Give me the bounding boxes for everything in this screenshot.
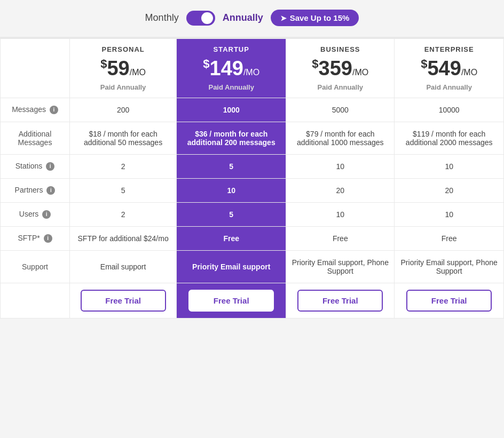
free-trial-button-business[interactable]: Free Trial [297,290,383,312]
cell-5-2: Free [286,226,395,250]
empty-btn-cell [1,283,70,318]
plan-header-business: BUSINESS $359/MO Paid Annually [286,39,395,98]
plan-billing-startup: Paid Annually [181,83,281,91]
cell-1-0: $18 / month for each additional 50 messa… [70,122,177,154]
plan-name-personal: PERSONAL [74,45,172,53]
cell-1-1: $36 / month for each additional 200 mess… [177,122,286,154]
row-label-4: Users i [1,202,70,226]
btn-cell-personal: Free Trial [70,283,177,318]
table-row: SupportEmail supportPriority Email suppo… [1,250,504,283]
row-label-1: Additional Messages [1,122,70,154]
free-trial-button-enterprise[interactable]: Free Trial [406,290,492,312]
table-row: Partners i5102020 [1,178,504,202]
cell-0-2: 5000 [286,98,395,122]
info-icon[interactable]: i [46,162,54,171]
chevron-icon: ➤ [280,14,287,22]
cell-5-1: Free [177,226,286,250]
cell-4-2: 10 [286,202,395,226]
row-label-5: SFTP* i [1,226,70,250]
cell-0-1: 1000 [177,98,286,122]
info-icon[interactable]: i [46,186,55,195]
cell-6-1: Priority Email support [177,250,286,283]
cell-2-0: 2 [70,154,177,178]
cell-4-0: 2 [70,202,177,226]
plan-billing-business: Paid Annually [290,83,390,91]
cell-1-2: $79 / month for each additional 1000 mes… [286,122,395,154]
cell-2-1: 5 [177,154,286,178]
cell-0-3: 10000 [395,98,504,122]
info-icon[interactable]: i [50,106,58,114]
cell-3-0: 5 [70,178,177,202]
toggle-knob [201,12,213,24]
billing-toggle[interactable] [186,11,215,26]
cell-3-2: 20 [286,178,395,202]
cell-2-2: 10 [286,154,395,178]
cell-1-3: $119 / month for each additional 2000 me… [395,122,504,154]
cell-2-3: 10 [395,154,504,178]
plan-price-personal: $59/MO [74,58,172,80]
row-label-3: Partners i [1,178,70,202]
plan-billing-personal: Paid Annually [74,83,172,91]
info-icon[interactable]: i [44,234,52,243]
plan-name-startup: STARTUP [181,45,281,53]
plan-price-enterprise: $549/MO [399,58,499,80]
cell-6-2: Priority Email support, Phone Support [286,250,395,283]
row-label-2: Stations i [1,154,70,178]
table-row: Users i251010 [1,202,504,226]
plan-header-enterprise: ENTERPRISE $549/MO Paid Annually [395,39,504,98]
empty-header [1,39,70,98]
save-badge: ➤ Save Up to 15% [271,10,359,26]
table-row: SFTP* iSFTP for additional $24/moFreeFre… [1,226,504,250]
cell-5-0: SFTP for additional $24/mo [70,226,177,250]
row-label-0: Messages i [1,98,70,122]
annually-label: Annually [223,12,263,23]
cell-3-1: 10 [177,178,286,202]
plan-name-enterprise: ENTERPRISE [399,45,499,53]
info-icon[interactable]: i [42,210,51,219]
cell-5-3: Free [395,226,504,250]
btn-cell-business: Free Trial [286,283,395,318]
row-label-6: Support [1,250,70,283]
plan-price-startup: $149/MO [181,58,281,80]
billing-toggle-row: Monthly Annually ➤ Save Up to 15% [0,0,504,37]
btn-cell-startup: Free Trial [177,283,286,318]
cell-3-3: 20 [395,178,504,202]
free-trial-button-personal[interactable]: Free Trial [81,290,166,312]
cell-4-1: 5 [177,202,286,226]
cell-6-3: Priority Email support, Phone Support [395,250,504,283]
cell-6-0: Email support [70,250,177,283]
table-row: Additional Messages$18 / month for each … [1,122,504,154]
plan-header-personal: PERSONAL $59/MO Paid Annually [70,39,177,98]
free-trial-button-startup[interactable]: Free Trial [188,290,274,312]
plan-header-startup: STARTUP $149/MO Paid Annually [177,39,286,98]
btn-cell-enterprise: Free Trial [395,283,504,318]
plan-name-business: BUSINESS [290,45,390,53]
cell-4-3: 10 [395,202,504,226]
pricing-table: PERSONAL $59/MO Paid Annually STARTUP $1… [0,38,504,318]
monthly-label: Monthly [145,12,179,23]
save-badge-text: Save Up to 15% [290,13,350,22]
plan-price-business: $359/MO [290,58,390,80]
pricing-table-wrapper: PERSONAL $59/MO Paid Annually STARTUP $1… [0,37,504,318]
cell-0-0: 200 [70,98,177,122]
plan-billing-enterprise: Paid Annually [399,83,499,91]
table-row: Messages i2001000500010000 [1,98,504,122]
table-row: Stations i251010 [1,154,504,178]
